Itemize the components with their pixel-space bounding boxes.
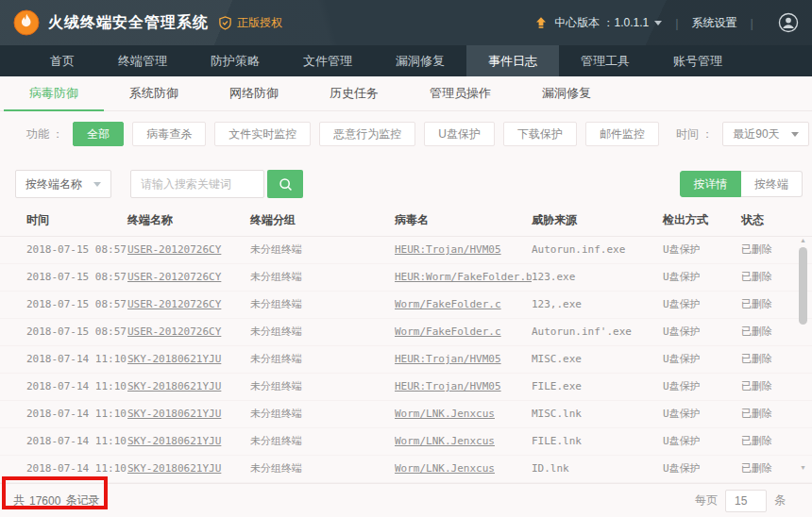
upgrade-arrow-icon[interactable] (534, 16, 548, 29)
terminal-name-link[interactable]: USER-20120726CY (127, 271, 221, 283)
nav-item[interactable]: 首页 (28, 45, 96, 76)
search-field-select[interactable]: 按终端名称 (15, 170, 111, 198)
column-header: 病毒名 (395, 206, 532, 236)
cell-threat-source: FILE.lnk (532, 435, 582, 447)
subtab[interactable]: 管理员操作 (404, 76, 516, 110)
function-filter-chip[interactable]: 恶意行为监控 (319, 122, 415, 146)
cell-terminal-group: 未分组终端 (250, 408, 302, 420)
virus-name-link[interactable]: Worm/FakeFolder.c (395, 298, 501, 310)
page-size-suffix: 条 (774, 492, 786, 509)
column-header: 威胁来源 (532, 206, 663, 236)
column-header: 终端分组 (250, 206, 395, 236)
subtab[interactable]: 漏洞修复 (516, 76, 617, 110)
app-title: 火绒终端安全管理系统 (48, 13, 209, 33)
scrollbar-up-arrow-icon[interactable]: ▲ (800, 237, 806, 243)
license-text: 正版授权 (237, 15, 282, 31)
chevron-down-icon (791, 132, 799, 137)
nav-item[interactable]: 事件日志 (466, 45, 559, 76)
terminal-name-link[interactable]: SKY-20180621YJU (127, 435, 221, 447)
cell-time: 2018-07-14 11:10:01 (26, 462, 127, 475)
virus-name-link[interactable]: HEUR:Trojan/HVM05 (395, 353, 501, 365)
total-prefix: 共 (13, 492, 25, 509)
subtab[interactable]: 网络防御 (204, 76, 304, 110)
terminal-name-link[interactable]: SKY-20180621YJU (127, 408, 221, 420)
function-filter-chip[interactable]: 邮件监控 (585, 122, 659, 146)
cell-time: 2018-07-14 11:10:01 (26, 380, 127, 392)
terminal-name-link[interactable]: SKY-20180621YJU (127, 462, 221, 475)
chevron-down-icon (93, 182, 101, 187)
cell-detect-method: U盘保护 (663, 408, 701, 420)
subtab[interactable]: 历史任务 (304, 76, 404, 110)
terminal-name-link[interactable]: USER-20120726CY (127, 243, 221, 256)
function-filter-chip[interactable]: 全部 (73, 122, 124, 146)
terminal-name-link[interactable]: SKY-20180621YJU (127, 380, 221, 392)
search-button[interactable] (267, 170, 303, 198)
scrollbar-thumb[interactable] (799, 247, 807, 325)
total-suffix: 条记录 (65, 492, 99, 509)
cell-status: 已删除 (741, 435, 772, 447)
view-toggle-group: 按详情按终端 (680, 171, 803, 197)
center-version-dropdown[interactable]: 中心版本 ：1.0.1.1 (554, 15, 662, 31)
cell-threat-source: Autorun.inf.exe (532, 243, 625, 256)
cell-status: 已删除 (741, 462, 772, 475)
nav-item[interactable]: 防护策略 (189, 45, 281, 76)
cell-terminal-group: 未分组终端 (250, 243, 302, 256)
view-toggle-button[interactable]: 按终端 (741, 171, 803, 197)
column-header: 检出方式 (663, 206, 741, 236)
subtab[interactable]: 病毒防御 (4, 76, 104, 110)
nav-item[interactable]: 文件管理 (281, 45, 374, 76)
search-input[interactable] (130, 170, 264, 198)
license-shield-icon (218, 16, 232, 30)
filter-row: 功能 ： 全部病毒查杀文件实时监控恶意行为监控U盘保护下载保护邮件监控 时间 ：… (0, 113, 812, 155)
table-scrollbar: ▲ ▼ (798, 237, 809, 471)
terminal-name-link[interactable]: SKY-20180621YJU (127, 353, 221, 365)
cell-threat-source: MISC.lnk (532, 408, 582, 420)
cell-detect-method: U盘保护 (663, 243, 701, 256)
page-size-input[interactable] (725, 490, 767, 512)
cell-detect-method: U盘保护 (663, 353, 701, 365)
system-settings-link[interactable]: 系统设置 (692, 15, 737, 31)
virus-name-link[interactable]: HEUR:Worm/FakeFolder.b (395, 271, 532, 283)
cell-status: 已删除 (741, 243, 772, 256)
table-row: 2018-07-15 08:57:01 USER-20120726CY 未分组终… (0, 318, 812, 345)
terminal-name-link[interactable]: USER-20120726CY (127, 298, 221, 310)
time-range-select[interactable]: 最近90天 (722, 122, 808, 146)
search-icon (278, 176, 294, 192)
nav-item[interactable]: 漏洞修复 (374, 45, 466, 76)
topbar-divider: | (675, 16, 678, 30)
virus-name-link[interactable]: HEUR:Trojan/HVM05 (395, 243, 501, 256)
virus-name-link[interactable]: Worm/FakeFolder.c (395, 325, 501, 338)
cell-status: 已删除 (741, 380, 772, 392)
table-row: 2018-07-15 08:57:01 USER-20120726CY 未分组终… (0, 236, 812, 263)
table-row: 2018-07-14 11:10:01 SKY-20180621YJU 未分组终… (0, 455, 812, 482)
main-nav: 首页终端管理防护策略文件管理漏洞修复事件日志管理工具账号管理 (0, 45, 812, 76)
terminal-name-link[interactable]: USER-20120726CY (127, 325, 221, 338)
subtab[interactable]: 系统防御 (104, 76, 204, 110)
cell-terminal-group: 未分组终端 (250, 325, 302, 338)
cell-terminal-group: 未分组终端 (250, 298, 302, 310)
nav-item[interactable]: 管理工具 (559, 45, 651, 76)
column-header: 终端名称 (127, 206, 250, 236)
user-avatar-icon[interactable] (778, 12, 799, 33)
view-toggle-button[interactable]: 按详情 (680, 171, 741, 197)
cell-terminal-group: 未分组终端 (250, 380, 302, 392)
nav-item[interactable]: 终端管理 (96, 45, 189, 76)
column-header: 状态 (741, 206, 812, 236)
virus-name-link[interactable]: Worm/LNK.Jenxcus (395, 462, 495, 475)
function-filter-chip[interactable]: 病毒查杀 (132, 122, 206, 146)
virus-name-link[interactable]: Worm/LNK.Jenxcus (395, 435, 495, 447)
record-total: 共 17600 条记录 (13, 492, 99, 509)
scrollbar-down-arrow-icon[interactable]: ▼ (800, 464, 806, 471)
defense-subtabs: 病毒防御系统防御网络防御历史任务管理员操作漏洞修复 (0, 76, 812, 111)
cell-time: 2018-07-15 08:57:01 (26, 271, 127, 283)
virus-name-link[interactable]: Worm/LNK.Jenxcus (395, 408, 495, 420)
function-filter-chip[interactable]: 下载保护 (503, 122, 577, 146)
cell-threat-source: 123,.exe (532, 298, 582, 310)
virus-name-link[interactable]: HEUR:Trojan/HVM05 (395, 380, 501, 392)
function-filter-chip[interactable]: 文件实时监控 (214, 122, 311, 146)
function-filter-chip[interactable]: U盘保护 (424, 122, 495, 146)
page-size-prefix: 每页 (695, 492, 718, 509)
cell-detect-method: U盘保护 (663, 435, 701, 447)
nav-item[interactable]: 账号管理 (651, 45, 744, 76)
table-row: 2018-07-14 11:10:01 SKY-20180621YJU 未分组终… (0, 400, 812, 427)
